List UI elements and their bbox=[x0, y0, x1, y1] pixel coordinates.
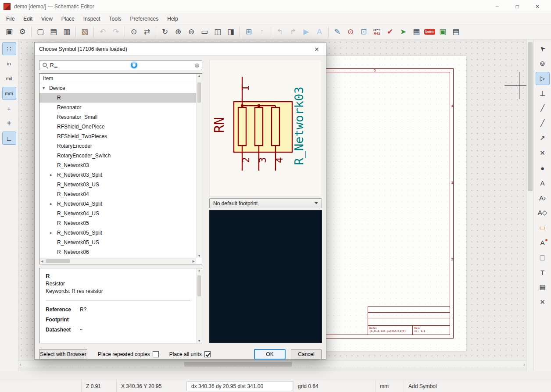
tree-item-r[interactable]: R bbox=[39, 93, 196, 103]
scroll-right-icon[interactable]: › bbox=[522, 362, 526, 367]
bus-tool[interactable]: ╱ bbox=[536, 117, 550, 130]
annotate-button[interactable]: ✎ bbox=[331, 26, 344, 38]
symbol-check-button[interactable]: ✔ bbox=[383, 26, 397, 38]
text-tool[interactable]: T bbox=[536, 266, 550, 279]
menu-inspect[interactable]: Inspect bbox=[79, 14, 105, 24]
tree-header[interactable]: Item bbox=[39, 74, 202, 83]
tree-item-r-network05-split[interactable]: ▸R_Network05_Split bbox=[39, 228, 196, 238]
wire-bus-entry-tool[interactable]: ↗ bbox=[536, 132, 550, 145]
canvas-horizontal-scrollbar[interactable]: ‹ › bbox=[18, 360, 526, 367]
schematic-sheet[interactable]: 5 4 3 2 Date: {6.0.4-148-ge1865c1178} Re… bbox=[308, 56, 466, 351]
close-button[interactable]: ✕ bbox=[527, 0, 547, 13]
minimize-button[interactable]: – bbox=[487, 0, 507, 13]
image-tool[interactable]: ▦ bbox=[536, 281, 550, 294]
assign-footprints-button[interactable]: ▣ bbox=[436, 26, 449, 38]
clear-search-icon[interactable]: ⊗ bbox=[194, 62, 200, 69]
place-all-units-checkbox[interactable] bbox=[204, 351, 211, 357]
tree-item-r-network05[interactable]: R_Network05 bbox=[39, 218, 196, 228]
zoom-in-button[interactable]: ⊕ bbox=[172, 26, 185, 38]
zoom-selection-button[interactable]: ◨ bbox=[224, 26, 237, 38]
new-sheet-button[interactable]: ▢ bbox=[34, 26, 47, 38]
plot-button[interactable]: ▥ bbox=[60, 26, 73, 38]
hierarchy-navigator-button[interactable]: ⊞ bbox=[242, 26, 255, 38]
find-button[interactable]: ⊙ bbox=[127, 26, 140, 38]
menu-tools[interactable]: Tools bbox=[105, 14, 126, 24]
full-crosshair-button[interactable]: + bbox=[2, 117, 16, 130]
canvas-vertical-scrollbar[interactable] bbox=[526, 39, 533, 371]
save-button[interactable]: ▣ bbox=[3, 26, 16, 38]
schematic-setup-button[interactable]: ⚙ bbox=[16, 26, 29, 38]
dialog-title-bar[interactable]: Choose Symbol (17106 items loaded) bbox=[35, 43, 326, 56]
tree-horizontal-scrollbar[interactable]: ◂ ▸ bbox=[39, 258, 196, 264]
menu-edit[interactable]: Edit bbox=[19, 14, 37, 24]
wire-tool[interactable]: ╱ bbox=[536, 102, 550, 115]
expand-chevron-icon[interactable]: ▾ bbox=[43, 83, 45, 93]
junction-tool[interactable]: ● bbox=[536, 161, 550, 175]
tree-item-resonator[interactable]: Resonator bbox=[39, 103, 196, 112]
tree-item-r-network05-us[interactable]: R_Network05_US bbox=[39, 238, 196, 247]
scroll-down-icon[interactable]: ▾ bbox=[198, 339, 200, 343]
axis-origin-button[interactable]: ∟ bbox=[2, 132, 16, 145]
place-power-tool[interactable]: ⊥ bbox=[536, 87, 550, 100]
redo-button[interactable]: ↷ bbox=[109, 26, 122, 38]
footprint-dropdown[interactable]: No default footprint bbox=[209, 198, 322, 208]
simulator-button[interactable]: ▶ bbox=[300, 26, 313, 38]
dialog-close-button[interactable]: ✕ bbox=[308, 43, 326, 56]
find-replace-button[interactable]: ⇄ bbox=[140, 26, 154, 38]
maximize-button[interactable]: □ bbox=[507, 0, 527, 13]
sheet-tool[interactable]: ▭ bbox=[536, 221, 550, 234]
hierarchical-label-tool[interactable]: A◇ bbox=[536, 206, 550, 219]
tree-item-device[interactable]: ▾Device bbox=[39, 83, 196, 93]
no-connect-tool[interactable]: ✕ bbox=[536, 146, 550, 160]
tree-item-r-network03-split[interactable]: ▸R_Network03_Split bbox=[39, 170, 196, 180]
scroll-up-icon[interactable]: ▴ bbox=[198, 268, 200, 272]
erc-manage-button[interactable]: ⊡ bbox=[357, 26, 370, 38]
menu-file[interactable]: File bbox=[2, 14, 19, 24]
tree-item-r-network03[interactable]: R_Network03 bbox=[39, 160, 196, 170]
scrollbar-thumb[interactable] bbox=[197, 275, 201, 296]
symbol-search-input[interactable]: R ⊗ bbox=[39, 60, 202, 70]
zoom-objects-button[interactable]: ◫ bbox=[211, 26, 224, 38]
reannotate-button[interactable]: R?? R42 bbox=[370, 26, 383, 38]
details-scrollbar[interactable]: ▴ ▾ bbox=[196, 268, 202, 343]
scrollbar-thumb[interactable] bbox=[528, 42, 533, 191]
tree-item-r-network04-split[interactable]: ▸R_Network04_Split bbox=[39, 199, 196, 209]
scroll-up-icon[interactable]: ▴ bbox=[198, 74, 200, 78]
scroll-left-icon[interactable]: ‹ bbox=[18, 362, 23, 367]
global-label-tool[interactable]: A› bbox=[536, 191, 550, 204]
forward-sheet-button[interactable]: ↱ bbox=[286, 26, 300, 38]
menu-view[interactable]: View bbox=[37, 14, 57, 24]
leave-sheet-button[interactable]: ↰ bbox=[273, 26, 286, 38]
tree-item-r-network04[interactable]: R_Network04 bbox=[39, 189, 196, 199]
tree-item-rotaryencoder-switch[interactable]: RotaryEncoder_Switch bbox=[39, 151, 196, 160]
expand-chevron-icon[interactable]: ▸ bbox=[50, 170, 52, 180]
highlight-net-tool[interactable]: ⊚ bbox=[536, 57, 550, 70]
place-repeated-copies-checkbox[interactable] bbox=[153, 351, 159, 357]
menu-help[interactable]: Help bbox=[163, 14, 182, 24]
tree-item-rotaryencoder[interactable]: RotaryEncoder bbox=[39, 141, 196, 151]
scrollbar-thumb[interactable] bbox=[184, 362, 292, 367]
unit-mils-button[interactable]: mil bbox=[2, 72, 16, 85]
select-with-browser-button[interactable]: Select with Browser bbox=[39, 349, 87, 360]
tree-item-r-network06[interactable]: R_Network06 bbox=[39, 247, 196, 257]
tree-item-rfshield-onepiece[interactable]: RFShield_OnePiece bbox=[39, 122, 196, 132]
scrollbar-thumb[interactable] bbox=[46, 259, 70, 263]
edit-fields-button[interactable]: ▦ bbox=[410, 26, 423, 38]
net-label-tool[interactable]: A bbox=[536, 176, 550, 189]
draw-box-tool[interactable]: ▢ bbox=[536, 251, 550, 264]
zoom-out-button[interactable]: ⊖ bbox=[185, 26, 198, 38]
refresh-button[interactable]: ↻ bbox=[158, 26, 172, 38]
undo-button[interactable]: ↶ bbox=[96, 26, 109, 38]
open-pcb-button[interactable]: ▤ bbox=[449, 26, 462, 38]
print-button[interactable]: ▤ bbox=[47, 26, 60, 38]
grid-toggle-button[interactable]: ∷ bbox=[2, 42, 16, 55]
tree-vertical-scrollbar[interactable]: ▴ ▾ bbox=[196, 74, 202, 258]
tree-item-resonator-small[interactable]: Resonator_Small bbox=[39, 112, 196, 122]
scroll-down-icon[interactable]: ▾ bbox=[198, 254, 200, 258]
unit-mm-button[interactable]: mm bbox=[2, 87, 16, 100]
tree-item-rfshield-twopieces[interactable]: RFShield_TwoPieces bbox=[39, 132, 196, 141]
scrollbar-thumb[interactable] bbox=[197, 82, 201, 103]
cancel-button[interactable]: Cancel bbox=[291, 349, 322, 360]
update-symbols-button[interactable]: ➤ bbox=[397, 26, 410, 38]
menu-preferences[interactable]: Preferences bbox=[126, 14, 163, 24]
